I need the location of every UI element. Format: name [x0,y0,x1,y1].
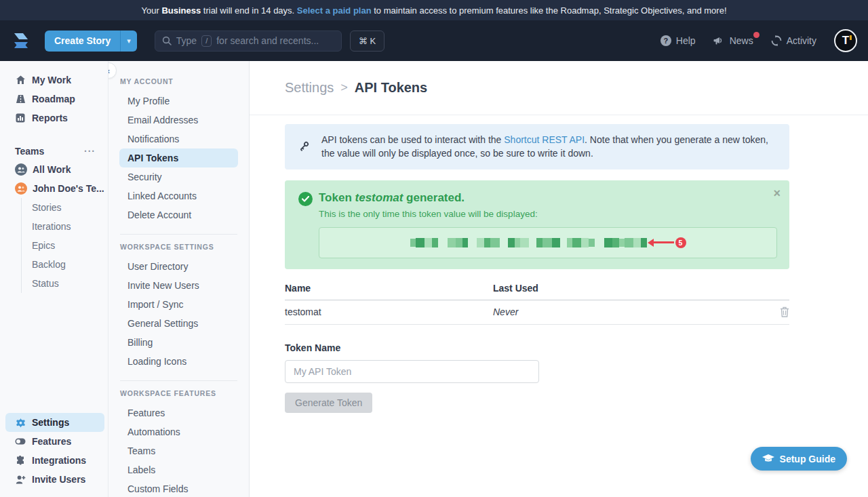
settings-nav-labels[interactable]: Labels [119,460,238,479]
megaphone-icon [713,36,725,46]
main-content: Settings > API Tokens API tokens can be … [250,61,868,497]
search-input[interactable]: Type / for search and recents... [155,31,342,52]
settings-nav-custom-fields[interactable]: Custom Fields [119,479,238,497]
create-story-button-group: Create Story ▾ [45,31,137,52]
team-subnav: Stories Iterations Epics Backlog Status [21,198,108,293]
search-placeholder: for search and recents... [216,35,319,46]
sidebar-item-epics[interactable]: Epics [32,236,108,255]
generate-token-button[interactable]: Generate Token [285,393,372,413]
token-name-label: Token Name [285,342,789,353]
sidebar-item-iterations[interactable]: Iterations [32,217,108,236]
activity-button[interactable]: Activity [771,35,816,46]
new-token-form: Token Name Generate Token [285,342,789,413]
sidebar-item-status[interactable]: Status [32,274,108,293]
settings-nav-import-sync[interactable]: Import / Sync [119,295,238,314]
home-icon [15,75,26,85]
settings-nav-features[interactable]: Features [119,403,238,422]
red-arrow-icon [650,241,674,243]
setup-guide-button[interactable]: Setup Guide [751,447,847,471]
news-notification-dot [753,32,760,38]
search-type-label: Type [176,35,197,46]
invite-user-icon [15,475,26,484]
settings-nav-my-profile[interactable]: My Profile [119,92,238,111]
delete-token-button[interactable] [780,306,789,317]
teams-menu-icon[interactable]: ··· [84,146,96,157]
token-value-box[interactable]: 5 [319,227,777,258]
create-story-button[interactable]: Create Story [45,31,120,52]
john-does-team-avatar [15,182,27,195]
api-info-banner: API tokens can be used to interact with … [285,124,789,170]
settings-nav-email-addresses[interactable]: Email Addresses [119,111,238,130]
avatar-initial: T [842,34,849,47]
sidebar-item-settings[interactable]: Settings [5,413,104,432]
chevron-left-icon: ‹ [108,66,110,76]
close-icon[interactable]: × [773,187,781,199]
teams-label: Teams [15,146,44,157]
sidebar-item-integrations[interactable]: Integrations [5,451,104,470]
divider [120,234,237,235]
table-row: testomat Never [285,300,789,325]
primary-sidebar: My Work Roadmap Reports Teams ··· [0,61,108,497]
help-button[interactable]: ? Help [660,35,696,46]
sidebar-item-reports[interactable]: Reports [0,108,108,127]
settings-nav-user-directory[interactable]: User Directory [119,257,238,276]
trial-banner: Your Business trial will end in 14 days.… [0,0,868,20]
trial-banner-text: Your Business trial will end in 14 days.… [141,5,726,16]
activity-icon [771,35,782,46]
top-navbar: Create Story ▾ Type / for search and rec… [0,20,868,61]
search-shortcut-badge[interactable]: ⌘ K [350,31,384,52]
annotation-arrow: 5 [650,237,686,248]
token-name-input[interactable] [285,360,539,383]
sidebar-bottom-group: Settings Features Integrations [0,413,108,490]
sidebar-item-features[interactable]: Features [5,432,104,451]
settings-nav-api-tokens[interactable]: API Tokens [119,148,238,167]
api-tokens-content: API tokens can be used to interact with … [250,115,789,413]
sidebar-item-stories[interactable]: Stories [32,198,108,217]
settings-nav-automations[interactable]: Automations [119,422,238,441]
sidebar-item-invite-users[interactable]: Invite Users [5,470,104,489]
main-layout: My Work Roadmap Reports Teams ··· [0,61,868,497]
settings-nav-billing[interactable]: Billing [119,333,238,352]
create-story-caret[interactable]: ▾ [120,31,137,52]
settings-nav-general-settings[interactable]: General Settings [119,314,238,333]
sidebar-item-backlog[interactable]: Backlog [32,255,108,274]
collapse-sidebar-button[interactable]: ‹ [108,62,117,79]
token-generated-alert: × Token testomat generated. This is the … [285,180,789,269]
help-icon: ? [660,35,671,46]
sidebar-item-john-does-team[interactable]: John Doe's Te... [0,179,108,198]
settings-nav-invite-new-users[interactable]: Invite New Users [119,276,238,295]
settings-nav-linked-accounts[interactable]: Linked Accounts [119,186,238,205]
divider [120,380,237,381]
settings-nav-loading-icons[interactable]: Loading Icons [119,352,238,371]
token-name: testomat [355,191,403,204]
sidebar-item-my-work[interactable]: My Work [0,71,108,90]
settings-nav-delete-account[interactable]: Delete Account [119,205,238,224]
settings-nav-teams[interactable]: Teams [119,441,238,460]
section-header-my-account: MY ACCOUNT [120,77,237,85]
redacted-token-value [410,238,647,247]
breadcrumb-settings[interactable]: Settings [285,80,334,96]
news-button[interactable]: News [713,35,753,46]
key-icon [297,140,311,153]
settings-nav-security[interactable]: Security [119,167,238,186]
shortcut-logo-icon[interactable] [11,31,31,51]
toggle-icon [15,438,26,445]
settings-nav-notifications[interactable]: Notifications [119,130,238,148]
breadcrumb: Settings > API Tokens [250,61,868,115]
rest-api-link[interactable]: Shortcut REST API [504,134,585,145]
page-title: API Tokens [355,80,427,96]
column-header-name: Name [285,283,493,294]
section-header-workspace-features: WORKSPACE FEATURES [120,389,237,397]
sidebar-item-roadmap[interactable]: Roadmap [0,90,108,108]
sidebar-item-all-work[interactable]: All Work [0,160,108,179]
app-window: Your Business trial will end in 14 days.… [0,0,868,497]
select-paid-plan-link[interactable]: Select a paid plan [297,5,372,16]
success-check-icon [298,192,313,206]
token-row-last-used: Never [493,306,780,317]
user-avatar[interactable]: T [834,29,857,52]
search-icon [162,36,172,45]
success-title: Token testomat generated. [319,191,777,205]
column-header-last-used: Last Used [493,283,789,294]
annotation-number-badge: 5 [675,237,686,248]
chevron-down-icon: ▾ [127,37,131,45]
